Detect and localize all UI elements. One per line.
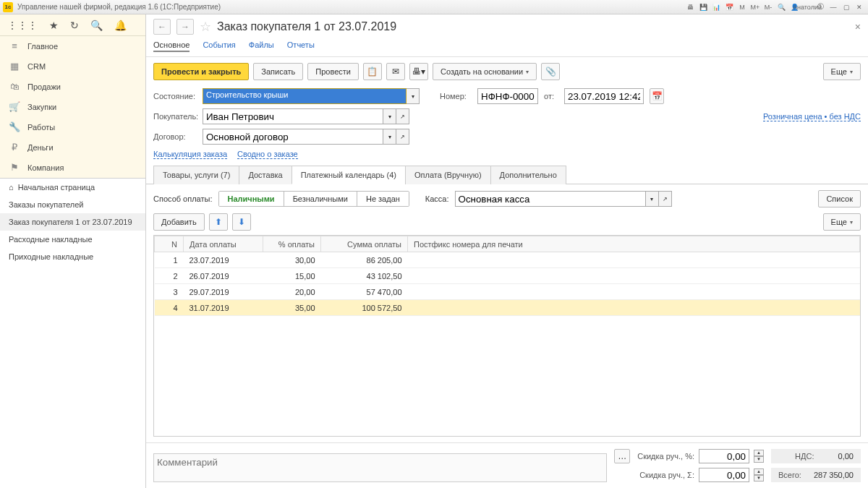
history-icon[interactable]: ↻: [70, 20, 79, 31]
add-row-button[interactable]: Добавить: [153, 213, 205, 231]
contract-label: Договор:: [153, 132, 197, 141]
save-icon[interactable]: 💾: [697, 2, 709, 12]
apps-icon[interactable]: ⋮⋮⋮: [7, 20, 38, 31]
forward-button[interactable]: →: [176, 19, 194, 35]
tab[interactable]: Платежный календарь (4): [292, 166, 406, 184]
payment-method-option[interactable]: Наличными: [219, 192, 284, 206]
m-icon[interactable]: M: [736, 2, 748, 12]
customer-dropdown-icon[interactable]: ▾: [383, 108, 396, 124]
open-doc-label: Заказ покупателя 1 от 23.07.2019: [9, 218, 132, 226]
nav-item[interactable]: 🔧Работы: [0, 117, 145, 137]
discount-pct-input[interactable]: [699, 449, 749, 463]
mail-icon[interactable]: ✉: [386, 63, 405, 80]
column-header[interactable]: Сумма оплаты: [321, 236, 408, 252]
calendar-picker-icon[interactable]: 📅: [650, 88, 664, 104]
open-doc-item[interactable]: Заказ покупателя 1 от 23.07.2019: [0, 213, 145, 231]
spin-up-icon[interactable]: ▲: [754, 468, 764, 475]
create-on-basis-button[interactable]: Создать на основании: [433, 63, 537, 80]
open-doc-item[interactable]: Приходные накладные: [0, 248, 145, 265]
customer-open-icon[interactable]: ↗: [396, 108, 409, 124]
comment-input[interactable]: [153, 453, 607, 482]
notifications-icon[interactable]: 🔔: [114, 20, 127, 31]
kassa-dropdown-icon[interactable]: ▾: [646, 191, 659, 207]
nav-item[interactable]: ≡Главное: [0, 36, 145, 56]
spin-down-icon[interactable]: ▼: [754, 456, 764, 463]
tab[interactable]: Товары, услуги (7): [153, 166, 239, 184]
contract-input[interactable]: [203, 129, 383, 145]
column-header[interactable]: N: [155, 236, 184, 252]
nav-item[interactable]: ₽Деньги: [0, 137, 145, 158]
mminus-icon[interactable]: M-: [762, 2, 774, 12]
write-button[interactable]: Записать: [253, 63, 303, 80]
minimize-icon[interactable]: —: [827, 2, 839, 12]
cell-postfix: [408, 252, 860, 268]
tab[interactable]: Доставка: [239, 166, 292, 184]
list-button[interactable]: Список: [818, 190, 861, 207]
vat-value: 0,00: [838, 452, 854, 461]
close-icon[interactable]: ✕: [854, 2, 865, 12]
open-doc-item[interactable]: ⌂Начальная страница: [0, 179, 145, 196]
subtab[interactable]: Основное: [153, 39, 190, 52]
customer-input[interactable]: [203, 108, 383, 124]
kassa-open-icon[interactable]: ↗: [659, 191, 672, 207]
subtab[interactable]: События: [203, 39, 235, 52]
calendar-icon[interactable]: 📅: [723, 2, 735, 12]
state-dropdown-icon[interactable]: ▾: [407, 88, 420, 104]
state-input[interactable]: Строительство крыши: [203, 89, 406, 103]
search-icon[interactable]: 🔍: [90, 20, 103, 31]
tab[interactable]: Оплата (Вручную): [405, 166, 491, 184]
column-header[interactable]: Постфикс номера для печати: [408, 236, 860, 252]
open-doc-item[interactable]: Заказы покупателей: [0, 196, 145, 213]
open-doc-item[interactable]: Расходные накладные: [0, 231, 145, 248]
calc-icon[interactable]: 📊: [710, 2, 722, 12]
nav-item[interactable]: 🛍Продажи: [0, 77, 145, 97]
doc-link[interactable]: Сводно о заказе: [237, 150, 298, 159]
move-down-icon[interactable]: ⬇: [232, 213, 251, 231]
payment-method-option[interactable]: Безналичными: [284, 192, 357, 206]
favorite-star-icon[interactable]: ☆: [200, 19, 211, 35]
nav-item[interactable]: 🛒Закупки: [0, 97, 145, 117]
discount-sum-input[interactable]: [699, 468, 749, 482]
move-up-icon[interactable]: ⬆: [209, 213, 228, 231]
contract-dropdown-icon[interactable]: ▾: [383, 129, 396, 145]
comment-expand-icon[interactable]: …: [614, 449, 630, 463]
tab[interactable]: Дополнительно: [490, 166, 566, 184]
price-type-link[interactable]: Розничная цена • без НДС: [763, 112, 861, 121]
table-more-button[interactable]: Еще: [823, 213, 861, 231]
table-row[interactable]: 431.07.201935,00100 572,50: [155, 300, 860, 316]
table-row[interactable]: 123.07.201930,0086 205,00: [155, 252, 860, 268]
kassa-input[interactable]: [455, 191, 646, 207]
doc-link[interactable]: Калькуляция заказа: [153, 150, 227, 159]
spin-up-icon[interactable]: ▲: [754, 450, 764, 456]
post-button[interactable]: Провести: [307, 63, 359, 80]
print-icon[interactable]: 🖶: [684, 2, 696, 12]
close-doc-button[interactable]: ×: [855, 21, 861, 33]
copy-icon[interactable]: 📋: [363, 63, 382, 80]
payment-method-option[interactable]: Не задан: [357, 192, 409, 206]
table-row[interactable]: 226.07.201915,0043 102,50: [155, 268, 860, 284]
maximize-icon[interactable]: ▢: [841, 2, 852, 12]
column-header[interactable]: Дата оплаты: [184, 236, 263, 252]
print-drop-icon[interactable]: 🖶▾: [409, 63, 428, 80]
nav-item[interactable]: ▦CRM: [0, 56, 145, 77]
window-controls: 🖶 💾 📊 📅 M M+ M- 🔍 👤 Анатолий ⓘ — ▢ ✕: [684, 2, 865, 12]
nav-item[interactable]: ⚑Компания: [0, 158, 145, 178]
post-and-close-button[interactable]: Провести и закрыть: [153, 63, 249, 80]
favorites-icon[interactable]: ★: [49, 20, 59, 31]
contract-open-icon[interactable]: ↗: [396, 129, 409, 145]
table-row[interactable]: 329.07.201920,0057 470,00: [155, 284, 860, 300]
info-icon[interactable]: ⓘ: [814, 2, 826, 12]
number-input[interactable]: [477, 88, 538, 104]
more-button[interactable]: Еще: [823, 63, 861, 80]
zoom-icon[interactable]: 🔍: [775, 2, 787, 12]
back-button[interactable]: ←: [153, 19, 171, 35]
cell-sum: 100 572,50: [321, 300, 408, 316]
column-header[interactable]: % оплаты: [263, 236, 321, 252]
attach-icon[interactable]: 📎: [541, 63, 560, 80]
payment-table[interactable]: NДата оплаты% оплатыСумма оплатыПостфикс…: [154, 236, 860, 316]
spin-down-icon[interactable]: ▼: [754, 475, 764, 481]
subtab[interactable]: Отчеты: [287, 39, 315, 52]
subtab[interactable]: Файлы: [249, 39, 274, 52]
date-input[interactable]: [564, 88, 644, 104]
mplus-icon[interactable]: M+: [749, 2, 761, 12]
